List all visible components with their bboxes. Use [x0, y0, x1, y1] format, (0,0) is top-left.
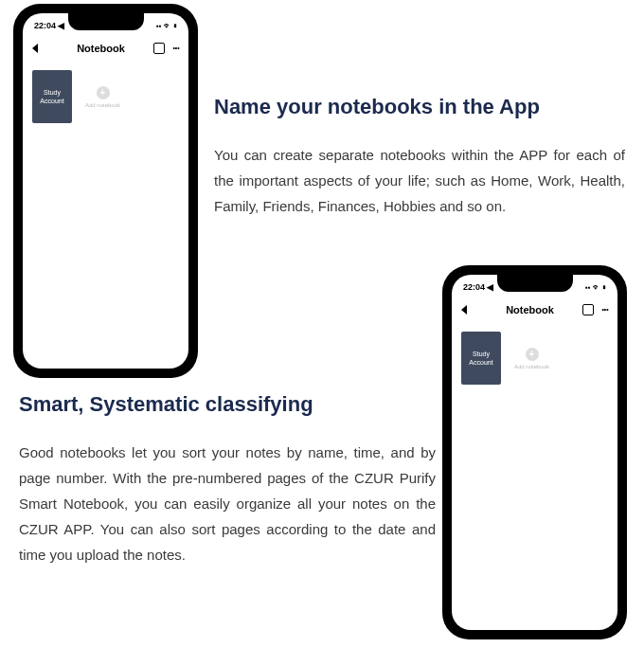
phone-screen: 22:04 ◀ ▪▪ ᯤ ▮ Notebook ··· Study Accoun… — [452, 275, 617, 630]
add-notebook-button[interactable]: + Add notebook — [85, 70, 120, 123]
notebook-title-line1: Study — [44, 88, 61, 97]
phone-notch — [497, 275, 573, 292]
status-icons: ▪▪ ᯤ ▮ — [585, 283, 606, 292]
notebook-title-line2: Account — [469, 358, 492, 367]
section-heading: Name your notebooks in the App — [214, 95, 625, 119]
phone-mockup-2: 22:04 ◀ ▪▪ ᯤ ▮ Notebook ··· Study Accoun… — [442, 265, 627, 639]
scan-icon[interactable] — [582, 304, 594, 315]
add-notebook-label: Add notebook — [85, 102, 120, 108]
section-body: Good notebooks let you sort your notes b… — [19, 440, 436, 567]
scan-icon[interactable] — [153, 43, 165, 54]
phone-mockup-1: 22:04 ◀ ▪▪ ᯤ ▮ Notebook ··· Study Accoun… — [13, 4, 198, 378]
nav-bar: Notebook ··· — [452, 296, 617, 324]
back-icon[interactable] — [32, 44, 38, 53]
status-icons: ▪▪ ᯤ ▮ — [156, 22, 177, 30]
section-name-notebooks: Name your notebooks in the App You can c… — [214, 95, 625, 219]
notebook-card[interactable]: Study Account — [32, 70, 72, 123]
back-icon[interactable] — [461, 305, 467, 315]
notebooks-grid: Study Account + Add notebook — [23, 63, 188, 131]
nav-bar: Notebook ··· — [23, 34, 188, 63]
notebooks-grid: Study Account + Add notebook — [452, 324, 617, 392]
notebook-card[interactable]: Study Account — [461, 332, 501, 385]
location-icon: ◀ — [487, 282, 493, 292]
status-time: 22:04 — [34, 21, 56, 30]
add-notebook-label: Add notebook — [514, 364, 549, 369]
nav-title: Notebook — [490, 304, 570, 315]
notebook-title-line1: Study — [473, 350, 490, 358]
notebook-title-line2: Account — [40, 97, 63, 105]
section-smart-classifying: Smart, Systematic classifying Good noteb… — [19, 392, 436, 567]
plus-icon: + — [526, 348, 539, 361]
phone-screen: 22:04 ◀ ▪▪ ᯤ ▮ Notebook ··· Study Accoun… — [23, 13, 188, 369]
plus-icon: + — [97, 86, 110, 99]
status-time: 22:04 — [463, 282, 485, 292]
more-icon[interactable]: ··· — [601, 303, 608, 316]
section-body: You can create separate notebooks within… — [214, 142, 625, 219]
section-heading: Smart, Systematic classifying — [19, 392, 436, 417]
add-notebook-button[interactable]: + Add notebook — [514, 332, 549, 385]
location-icon: ◀ — [58, 21, 64, 30]
nav-title: Notebook — [61, 43, 141, 54]
phone-notch — [68, 13, 144, 30]
more-icon[interactable]: ··· — [172, 42, 179, 55]
